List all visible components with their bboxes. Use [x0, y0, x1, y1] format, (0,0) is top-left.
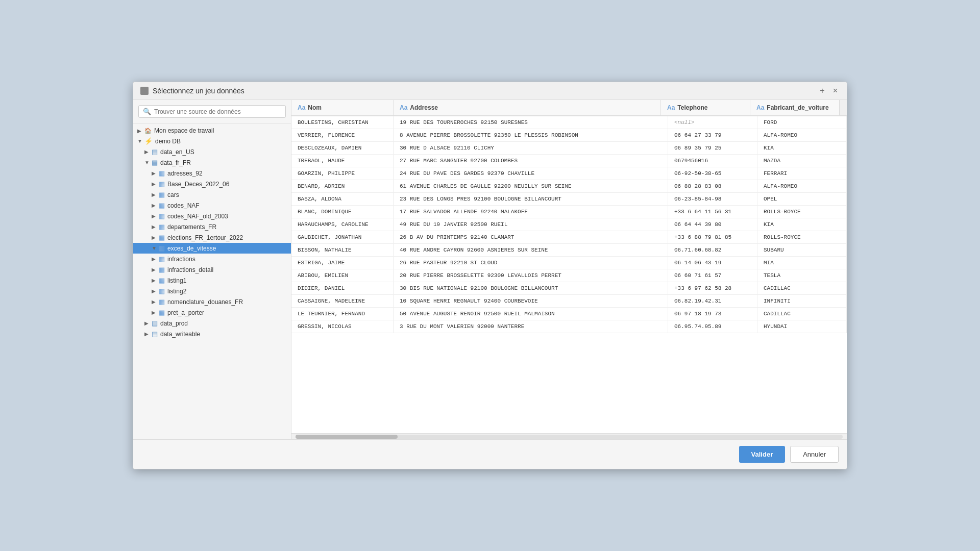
cell-fabricant: KIA: [757, 218, 847, 231]
table-row[interactable]: TREBAOL, HAUDE27 RUE MARC SANGNIER 92700…: [291, 155, 847, 167]
cell-telephone: 06 64 27 33 79: [668, 129, 757, 141]
cell-fabricant: HYUNDAI: [757, 320, 847, 333]
sidebar-item-label-departements_FR: departements_FR: [167, 223, 216, 231]
sidebar-item-label-elections_FR_1ertour_2022: elections_FR_1ertour_2022: [167, 234, 243, 241]
horizontal-scrollbar[interactable]: [291, 433, 847, 439]
cell-telephone: 06.95.74.95.89: [668, 320, 757, 333]
table-row[interactable]: LE TEURNIER, FERNAND50 AVENUE AUGUSTE RE…: [291, 308, 847, 320]
tree-icon-cars: ▦: [159, 191, 165, 198]
tree-arrow-data_fr_FR: ▼: [144, 160, 152, 165]
dialog-header: Sélectionnez un jeu données + ×: [133, 82, 847, 100]
sidebar-item-departements_FR[interactable]: ▶▦departements_FR: [133, 221, 291, 232]
valider-button[interactable]: Valider: [739, 446, 786, 463]
tree-arrow-data_prod: ▶: [144, 320, 152, 326]
cell-fabricant: SUBARU: [757, 244, 847, 256]
table-row[interactable]: HARAUCHAMPS, CAROLINE49 RUE DU 19 JANVIE…: [291, 218, 847, 231]
cell-nom: CASSAIGNE, MADELEINE: [291, 295, 394, 307]
tree-arrow-exces_de_vitesse: ▼: [152, 245, 159, 251]
search-input[interactable]: [154, 108, 281, 115]
col-header-nom: Aa Nom: [291, 100, 394, 115]
tree-icon-data_fr_FR: ▤: [152, 159, 158, 166]
tree-arrow-workspace: ▶: [137, 128, 144, 134]
table-body[interactable]: BOULESTINS, CHRISTIAN19 RUE DES TOURNERO…: [291, 116, 847, 433]
cell-adresse: 26 RUE PASTEUR 92210 ST CLOUD: [394, 257, 668, 269]
table-row[interactable]: BENARD, ADRIEN61 AVENUE CHARLES DE GAULL…: [291, 180, 847, 193]
cell-adresse: 27 RUE MARC SANGNIER 92700 COLOMBES: [394, 155, 668, 167]
sidebar-item-workspace[interactable]: ▶🏠Mon espace de travail: [133, 126, 291, 136]
tree-arrow-demodb: ▼: [137, 138, 144, 144]
cell-telephone: 06 97 18 19 73: [668, 308, 757, 320]
cell-fabricant: INFINITI: [757, 295, 847, 307]
table-row[interactable]: GAUBICHET, JONATHAN26 B AV DU PRINTEMPS …: [291, 231, 847, 244]
sidebar-item-exces_de_vitesse[interactable]: ▼▦exces_de_vitesse: [133, 243, 291, 254]
col-icon-telephone: Aa: [667, 104, 675, 111]
cell-telephone: 06 64 44 39 80: [668, 218, 757, 231]
sidebar-item-elections_FR_1ertour_2022[interactable]: ▶▦elections_FR_1ertour_2022: [133, 232, 291, 243]
cell-nom: BASZA, ALDONA: [291, 193, 394, 205]
scroll-track[interactable]: [296, 435, 843, 439]
col-icon-adresse: Aa: [400, 104, 407, 111]
cell-adresse: 30 RUE D ALSACE 92110 CLICHY: [394, 142, 668, 154]
sidebar-item-Base_Deces_2022_06[interactable]: ▶▦Base_Deces_2022_06: [133, 179, 291, 189]
tree-icon-Base_Deces_2022_06: ▦: [159, 180, 165, 188]
cell-adresse: 23 RUE DES LONGS PRES 92100 BOULOGNE BIL…: [394, 193, 668, 205]
sidebar-item-listing2[interactable]: ▶▦listing2: [133, 286, 291, 296]
tree-arrow-data_writeable: ▶: [144, 331, 152, 337]
scroll-thumb[interactable]: [296, 435, 398, 439]
sidebar-item-data_writeable[interactable]: ▶▤data_writeable: [133, 329, 291, 339]
cell-fabricant: MAZDA: [757, 155, 847, 167]
table-row[interactable]: DIDIER, DANIEL30 BIS RUE NATIONALE 92100…: [291, 282, 847, 295]
tree: ▶🏠Mon espace de travail▼⚡demo DB▶▤data_e…: [133, 123, 291, 439]
sidebar-item-adresses_92[interactable]: ▶▦adresses_92: [133, 168, 291, 179]
main-content: Aa Nom Aa Addresse Aa Telephone Aa Fabri…: [291, 100, 847, 439]
tree-icon-data_prod: ▤: [152, 319, 158, 327]
cell-adresse: 19 RUE DES TOURNEROCHES 92150 SURESNES: [394, 116, 668, 129]
scrollbar-header-spacer: [840, 100, 847, 115]
tree-icon-pret_a_porter: ▦: [159, 309, 165, 316]
table-row[interactable]: BLANC, DOMINIQUE17 RUE SALVADOR ALLENDE …: [291, 206, 847, 218]
table-row[interactable]: BASZA, ALDONA23 RUE DES LONGS PRES 92100…: [291, 193, 847, 206]
sidebar-item-data_en_US[interactable]: ▶▤data_en_US: [133, 146, 291, 157]
sidebar-item-label-listing2: listing2: [167, 288, 186, 295]
tree-icon-data_en_US: ▤: [152, 148, 158, 156]
table-row[interactable]: BOULESTINS, CHRISTIAN19 RUE DES TOURNERO…: [291, 116, 847, 129]
col-icon-nom: Aa: [298, 104, 305, 111]
sidebar-item-label-infractions_detail: infractions_detail: [167, 266, 213, 273]
maximize-button[interactable]: +: [818, 86, 826, 95]
cell-adresse: 30 BIS RUE NATIONALE 92100 BOULOGNE BILL…: [394, 282, 668, 294]
table-row[interactable]: CASSAIGNE, MADELEINE10 SQUARE HENRI REGN…: [291, 295, 847, 308]
select-dataset-dialog: Sélectionnez un jeu données + × 🔍 ▶🏠Mon …: [133, 82, 847, 469]
table-row[interactable]: ABIBOU, EMILIEN20 RUE PIERRE BROSSELETTE…: [291, 269, 847, 282]
sidebar-item-nomenclature_douanes_FR[interactable]: ▶▦nomenclature_douanes_FR: [133, 296, 291, 307]
annuler-button[interactable]: Annuler: [790, 446, 839, 463]
sidebar-item-infractions_detail[interactable]: ▶▦infractions_detail: [133, 264, 291, 275]
table-row[interactable]: GRESSIN, NICOLAS3 RUE DU MONT VALERIEN 9…: [291, 320, 847, 333]
tree-arrow-nomenclature_douanes_FR: ▶: [152, 299, 159, 305]
sidebar-item-data_fr_FR[interactable]: ▼▤data_fr_FR: [133, 157, 291, 168]
cell-telephone: 06-23-85-84-98: [668, 193, 757, 205]
cell-nom: LE TEURNIER, FERNAND: [291, 308, 394, 320]
sidebar-item-pret_a_porter[interactable]: ▶▦pret_a_porter: [133, 307, 291, 318]
cell-telephone: 06.82.19.42.31: [668, 295, 757, 307]
tree-icon-workspace: 🏠: [144, 128, 152, 134]
close-button[interactable]: ×: [831, 86, 840, 95]
table-row[interactable]: VERRIER, FLORENCE8 AVENUE PIERRE BROSSOL…: [291, 129, 847, 142]
sidebar-item-data_prod[interactable]: ▶▤data_prod: [133, 318, 291, 329]
sidebar-item-cars[interactable]: ▶▦cars: [133, 189, 291, 200]
table-row[interactable]: BISSON, NATHALIE40 RUE ANDRE CAYRON 9260…: [291, 244, 847, 257]
sidebar-item-label-pret_a_porter: pret_a_porter: [167, 309, 204, 316]
cell-adresse: 49 RUE DU 19 JANVIER 92500 RUEIL: [394, 218, 668, 231]
sidebar-item-demodb[interactable]: ▼⚡demo DB: [133, 136, 291, 146]
cell-fabricant: CADILLAC: [757, 308, 847, 320]
table-row[interactable]: GOARZIN, PHILIPPE24 RUE DU PAVE DES GARD…: [291, 167, 847, 180]
cell-fabricant: FERRARI: [757, 167, 847, 180]
table-row[interactable]: ESTRIGA, JAIME26 RUE PASTEUR 92210 ST CL…: [291, 257, 847, 269]
tree-arrow-listing1: ▶: [152, 278, 159, 283]
tree-arrow-pret_a_porter: ▶: [152, 310, 159, 315]
sidebar-item-codes_NAF_old_2003[interactable]: ▶▦codes_NAF_old_2003: [133, 211, 291, 221]
sidebar-item-codes_NAF[interactable]: ▶▦codes_NAF: [133, 200, 291, 211]
table-row[interactable]: DESCLOZEAUX, DAMIEN30 RUE D ALSACE 92110…: [291, 142, 847, 155]
cell-adresse: 3 RUE DU MONT VALERIEN 92000 NANTERRE: [394, 320, 668, 333]
sidebar-item-listing1[interactable]: ▶▦listing1: [133, 275, 291, 286]
sidebar-item-infractions[interactable]: ▶▦infractions: [133, 254, 291, 264]
